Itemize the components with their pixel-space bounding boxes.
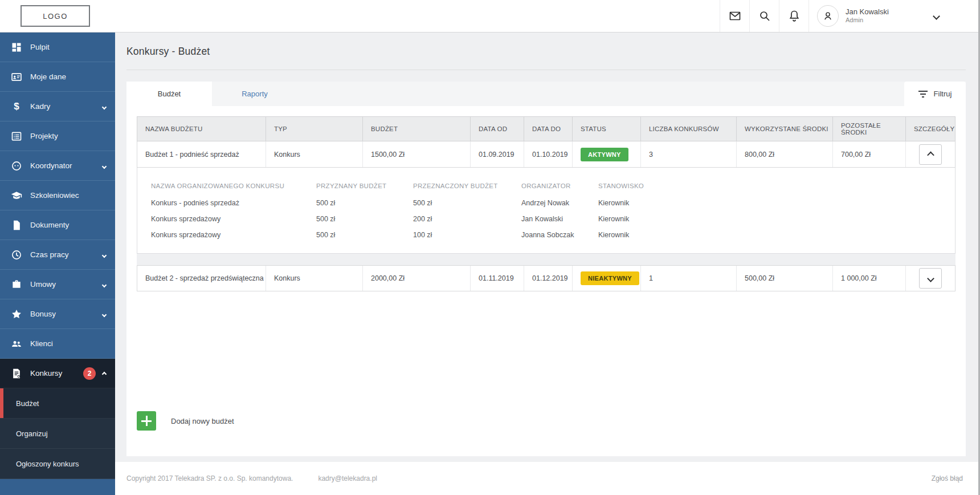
briefcase-icon <box>10 278 23 291</box>
sidebar-item-moje-dane[interactable]: Moje dane <box>0 62 115 92</box>
sidebar-item-label: Kadry <box>30 102 50 111</box>
budget-type: Konkurs <box>266 266 362 291</box>
sidebar-item-label: Moje dane <box>30 72 66 81</box>
user-role: Admin <box>846 17 889 25</box>
sidebar-item-label: Konkursy <box>30 369 62 378</box>
column-header: DATA OD <box>470 117 524 141</box>
organizer: Andrzej Nowak <box>521 195 598 211</box>
sidebar: Pulpit Moje dane Kadry Projekty Koordyna… <box>0 33 115 495</box>
sidebar-item-koordynator[interactable]: Koordynator <box>0 151 115 181</box>
chevron-down-icon <box>103 250 106 259</box>
user-menu-chevron[interactable] <box>934 11 939 21</box>
mail-icon <box>728 9 742 23</box>
sidebar-item-bonusy[interactable]: Bonusy <box>0 299 115 329</box>
tab-raporty[interactable]: Raporty <box>212 82 297 106</box>
submenu-item-budzet[interactable]: Budżet <box>0 388 115 419</box>
plus-icon <box>137 411 156 431</box>
sub-column-header: PRZYZNANY BUDŻET <box>316 177 413 195</box>
main-content: Konkursy - Budżet Budżet Raporty Filtruj… <box>115 33 980 495</box>
chevron-down-icon <box>103 161 106 170</box>
filter-label: Filtruj <box>934 90 952 98</box>
sidebar-item-label: Klienci <box>30 339 53 348</box>
user-names: Jan Kowalski Admin <box>846 7 889 25</box>
add-budget-button[interactable]: Dodaj nowy budżet <box>137 411 234 431</box>
search-icon <box>758 9 771 23</box>
graduation-cap-icon <box>10 189 23 202</box>
avatar <box>817 5 839 27</box>
title-divider <box>126 70 966 70</box>
submenu-item-ogloszony-konkurs[interactable]: Ogłoszony konkurs <box>0 449 115 479</box>
table-header-row: NAZWA BUDŻETU TYP BUDŻET DATA OD DATA DO… <box>137 116 956 141</box>
konkursy-count-badge: 2 <box>83 367 96 380</box>
details-cell <box>905 266 955 291</box>
chevron-down-icon <box>927 275 934 282</box>
sidebar-item-kadry[interactable]: Kadry <box>0 92 115 121</box>
sidebar-item-label: Szkoleniowiec <box>30 191 79 200</box>
expand-details-button[interactable] <box>919 268 942 289</box>
row-gap <box>137 254 956 265</box>
column-header: BUDŻET <box>362 117 470 141</box>
add-budget-label: Dodaj nowy budżet <box>171 417 234 425</box>
date-from: 01.11.2019 <box>470 266 524 291</box>
filter-button[interactable]: Filtruj <box>904 82 966 106</box>
mail-button[interactable] <box>720 0 749 32</box>
contest-row: Konkurs sprzedażowy 500 zł 100 zł Joanna… <box>151 227 949 243</box>
sidebar-item-label: Pulpit <box>30 43 50 51</box>
contest-row: Konkurs - podnieś sprzedaż 500 zł 500 zł… <box>151 195 949 211</box>
sidebar-item-klienci[interactable]: Klienci <box>0 329 115 359</box>
submenu-item-organizuj[interactable]: Organizuj <box>0 419 115 449</box>
granted-budget: 500 zł <box>316 211 413 227</box>
search-button[interactable] <box>749 0 779 32</box>
list-icon <box>10 130 23 143</box>
konkursy-submenu: Budżet Organizuj Ogłoszony konkurs <box>0 388 115 479</box>
sidebar-item-czas-pracy[interactable]: Czas pracy <box>0 240 115 270</box>
granted-budget: 500 zł <box>316 227 413 243</box>
tab-budzet[interactable]: Budżet <box>126 82 212 106</box>
chevron-down-icon <box>103 310 106 318</box>
budget-name: Budżet 1 - podnieść sprzedaż <box>137 141 266 167</box>
contest-count: 1 <box>640 266 736 291</box>
contest-row: Konkurs sprzedażowy 500 zł 200 zł Jan Ko… <box>151 211 949 227</box>
sidebar-item-szkoleniowiec[interactable]: Szkoleniowiec <box>0 181 115 210</box>
sidebar-item-umowy[interactable]: Umowy <box>0 270 115 299</box>
sidebar-item-konkursy[interactable]: Konkursy 2 <box>0 359 115 388</box>
sidebar-item-dokumenty[interactable]: Dokumenty <box>0 210 115 240</box>
topbar: LOGO <box>0 0 980 33</box>
collapse-details-button[interactable] <box>919 144 942 165</box>
sidebar-item-projekty[interactable]: Projekty <box>0 121 115 151</box>
status-cell: AKTYWNY <box>572 141 640 167</box>
user-menu[interactable]: Jan Kowalski Admin <box>808 0 980 32</box>
report-bug-link[interactable]: Zgłoś błąd <box>932 474 963 482</box>
copyright-text: Copyright 2017 Telekadra SP. z o.o. Sp. … <box>126 474 293 482</box>
budget-name: Budżet 2 - sprzedaż przedświąteczna <box>137 266 266 291</box>
contact-email: kadry@telekadra.pl <box>318 474 377 482</box>
page-title: Konkursy - Budżet <box>126 46 966 58</box>
date-from: 01.09.2019 <box>470 141 524 167</box>
submenu-item-label: Budżet <box>16 399 39 408</box>
document-icon <box>10 219 23 232</box>
contest-name: Konkurs - podnieś sprzedaż <box>151 195 316 211</box>
sidebar-item-pulpit[interactable]: Pulpit <box>0 33 115 62</box>
position: Kierownik <box>598 195 949 211</box>
notifications-button[interactable] <box>779 0 808 32</box>
submenu-item-label: Ogłoszony konkurs <box>16 460 79 468</box>
expanded-contests-panel: NAZWA ORGANIZOWANEGO KONKURSU PRZYZNANY … <box>137 168 956 254</box>
details-cell <box>905 141 955 167</box>
people-icon <box>10 338 23 350</box>
person-icon <box>822 10 834 22</box>
status-badge: AKTYWNY <box>581 148 628 161</box>
chevron-up-icon <box>103 369 106 378</box>
budget-row-1: Budżet 1 - podnieść sprzedaż Konkurs 150… <box>137 141 956 168</box>
allocated-budget: 500 zł <box>413 195 521 211</box>
chevron-down-icon <box>103 102 106 111</box>
budget-amount: 2000,00 Zł <box>362 266 470 291</box>
date-to: 01.12.2019 <box>524 266 572 291</box>
star-icon <box>10 308 23 320</box>
contest-count: 3 <box>640 141 736 167</box>
organizer: Joanna Sobczak <box>521 227 598 243</box>
tabstrip: Budżet Raporty Filtruj <box>126 82 966 106</box>
topbar-right: Jan Kowalski Admin <box>720 0 980 32</box>
sidebar-item-label: Czas pracy <box>30 250 69 259</box>
contest-icon <box>10 367 23 380</box>
footer-gap <box>115 456 980 462</box>
